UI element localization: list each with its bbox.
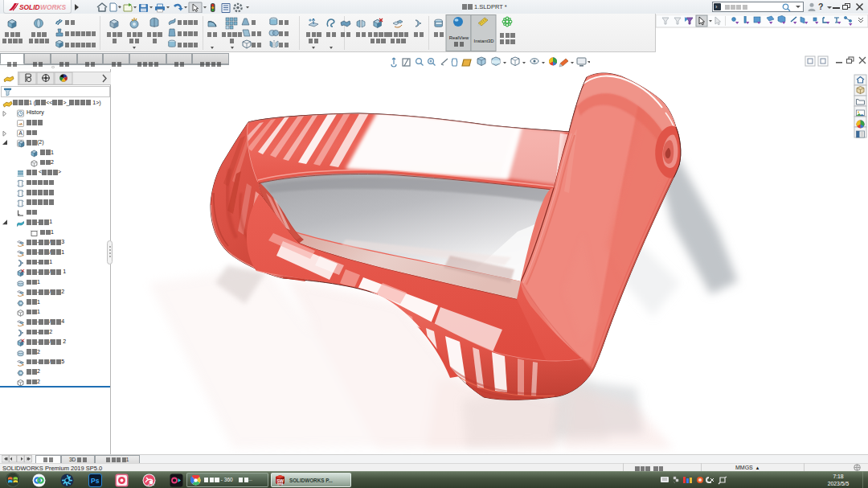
svg-text:SOLID: SOLID (19, 3, 40, 11)
svg-text:2019: 2019 (277, 482, 283, 486)
svg-text:A: A (18, 130, 23, 136)
svg-text:WORKS: WORKS (40, 3, 67, 11)
svg-text:Ps: Ps (91, 477, 100, 485)
